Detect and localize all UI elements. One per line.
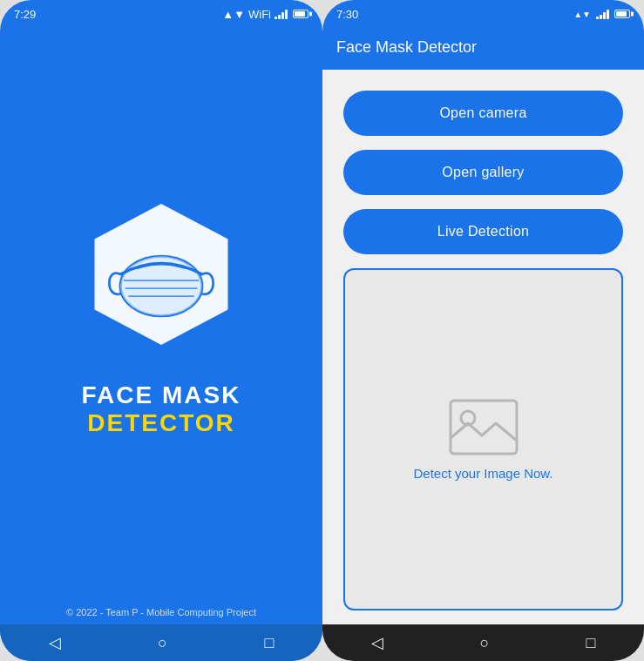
svg-rect-6	[451, 401, 517, 454]
open-camera-button[interactable]: Open camera	[343, 91, 623, 136]
home-icon[interactable]: ○	[158, 634, 167, 652]
left-status-icons: ▲▼ WiFi	[222, 8, 308, 21]
status-bar-right: 7:30 ▲▼	[322, 0, 644, 24]
image-preview-area: Detect your Image Now.	[343, 268, 623, 610]
app-toolbar: Face Mask Detector	[322, 24, 644, 70]
right-battery-icon	[614, 10, 630, 18]
back-icon[interactable]: ◁	[49, 633, 61, 652]
right-recents-icon[interactable]: □	[586, 634, 596, 652]
right-home-icon[interactable]: ○	[480, 634, 490, 652]
right-nav-bar: ◁ ○ □	[322, 624, 644, 661]
right-sim-icon: ▲▼	[573, 10, 591, 19]
hex-background	[83, 196, 240, 353]
left-nav-bar: ◁ ○ □	[0, 624, 322, 661]
app-title-line2: DETECTOR	[82, 409, 241, 437]
wifi-icon: ▲▼	[222, 8, 245, 21]
wifi-signal-icon: WiFi	[248, 8, 271, 21]
battery-icon	[293, 10, 308, 18]
left-main-content: FACE MASK DETECTOR	[82, 24, 241, 661]
right-back-icon[interactable]: ◁	[371, 633, 383, 652]
app-bar-title: Face Mask Detector	[336, 38, 477, 57]
signal-bars-icon	[275, 9, 288, 19]
app-title-line1: FACE MASK	[82, 381, 241, 410]
right-signal-bars-icon	[596, 9, 609, 19]
right-phone: 7:30 ▲▼ Face Mask Detector Open camera O…	[322, 0, 644, 661]
right-time: 7:30	[336, 8, 358, 21]
status-bar-left: 7:29 ▲▼ WiFi	[0, 0, 322, 24]
right-status-icons: ▲▼	[573, 9, 630, 19]
recents-icon[interactable]: □	[264, 634, 274, 652]
image-placeholder-icon	[449, 399, 519, 455]
detect-image-text: Detect your Image Now.	[413, 466, 552, 481]
left-phone: 7:29 ▲▼ WiFi	[0, 0, 322, 661]
left-time: 7:29	[14, 8, 36, 21]
open-gallery-button[interactable]: Open gallery	[343, 150, 623, 195]
copyright-text: © 2022 - Team P - Mobile Computing Proje…	[66, 607, 256, 617]
hex-logo-container	[83, 196, 240, 353]
app-name-container: FACE MASK DETECTOR	[82, 381, 241, 438]
main-content-area: Open camera Open gallery Live Detection …	[322, 70, 644, 624]
svg-point-2	[120, 256, 202, 315]
live-detection-button[interactable]: Live Detection	[343, 209, 623, 254]
